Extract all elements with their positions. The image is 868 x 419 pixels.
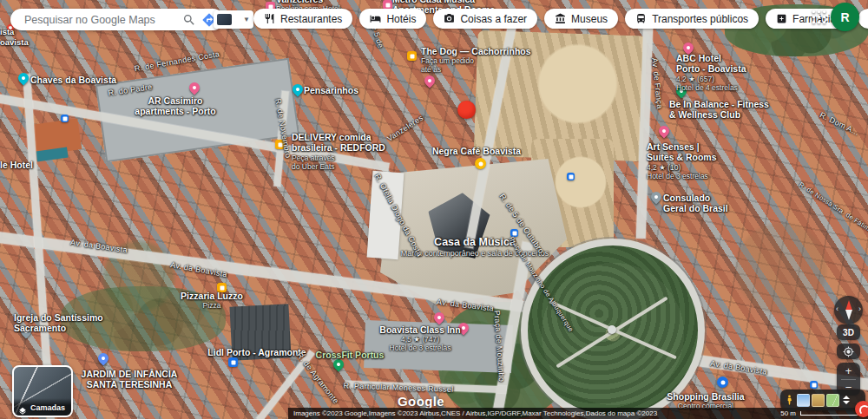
label-line: ABC Hotel: [676, 53, 746, 63]
pin-restaurant-the-dog[interactable]: [407, 51, 417, 61]
label-line: CrossFit Portus: [316, 350, 385, 360]
crosshair-icon: [843, 346, 854, 357]
pin-transit-3[interactable]: [810, 381, 818, 389]
label-line: & Wellness Club: [669, 109, 769, 120]
carousel-collapse[interactable]: [843, 396, 850, 404]
label-line: Art Senses |: [647, 141, 717, 152]
label-line: Suítes & Rooms: [647, 152, 717, 162]
compass-control[interactable]: ‹ ›: [834, 296, 863, 324]
scale-bar: [800, 411, 861, 416]
pin-transit-4[interactable]: [61, 115, 69, 122]
map-label-jardim-infancia[interactable]: JARDIM DE INFÂNCIASANTA TERESINHA: [82, 369, 178, 390]
google-apps-icon[interactable]: [810, 8, 828, 26]
chevron-down-icon: [843, 401, 850, 404]
category-chips: RestaurantesHotéisCoisas a fazerMuseusTr…: [253, 9, 868, 29]
rotunda-monument: [608, 325, 616, 334]
red-circle-badge[interactable]: [855, 401, 868, 417]
label-subline: 4,5 ★ (747): [379, 335, 460, 344]
label-line: DELIVERY comida: [292, 132, 385, 142]
map-label-boavista-class-inn[interactable]: Boavista Class Inn4,5 ★ (747)Hotel de 3 …: [379, 324, 460, 352]
label-subline: Peça através: [292, 154, 385, 162]
imagery-carousel: [780, 390, 865, 410]
chip-coisas-a-fazer[interactable]: Coisas a fazer: [433, 9, 537, 29]
layers-widget[interactable]: Camadas: [12, 365, 73, 417]
chip-transportes-publicos[interactable]: Transportes públicos: [625, 9, 759, 29]
scale-control[interactable]: 50 m: [780, 409, 863, 417]
label-line: Be In Balance - Fitness: [669, 99, 769, 109]
chevron-up-icon: [843, 396, 850, 399]
my-location-button[interactable]: [837, 344, 860, 359]
chevron-down-icon: ▼: [243, 16, 250, 23]
hoteis-icon: [370, 13, 381, 24]
chip-museus[interactable]: Museus: [544, 9, 618, 29]
label-line: Pensarinhos: [304, 85, 358, 95]
3d-button[interactable]: 3D: [837, 324, 860, 340]
label-line: Sacramento: [14, 323, 103, 333]
map-label-redford[interactable]: DELIVERY comidabrasileira - REDFORDPeça …: [292, 132, 385, 171]
map-label-lidl-agramonte[interactable]: Lidl Porto - Agramonte: [207, 347, 306, 357]
pegman-icon[interactable]: [784, 392, 795, 408]
chip-restaurantes[interactable]: Restaurantes: [253, 9, 352, 29]
map-label-crossfit-portus[interactable]: CrossFit Portus: [316, 350, 385, 360]
rotate-left-icon: ‹: [836, 305, 838, 313]
map-label-negra-cafe[interactable]: Negra Café Boavista: [432, 146, 521, 156]
imagery-thumbnail[interactable]: [826, 394, 839, 407]
pin-shop-lidl[interactable]: [228, 357, 238, 367]
label-subline: do Uber Eats: [292, 162, 385, 171]
chip-hoteis[interactable]: Hotéis: [359, 9, 426, 29]
label-line: SANTA TERESINHA: [82, 379, 178, 390]
label-line: Pizzaria Luzzo: [181, 291, 243, 301]
layers-label: Camadas: [30, 403, 65, 412]
restaurantes-icon: [264, 13, 275, 24]
label-subline: Faça um pedido: [421, 56, 531, 65]
layers-bar: Camadas: [14, 398, 71, 416]
label-line: Porto - Boavista: [676, 63, 746, 74]
map-label-art-senses[interactable]: Art Senses |Suítes & Rooms4,2 ★ (10)Hote…: [647, 141, 717, 180]
map-label-frag-oavista[interactable]: oavista: [0, 37, 29, 47]
map-label-chaves-da-boavista[interactable]: Chaves da Boavista: [30, 75, 116, 85]
selected-location-marker[interactable]: [457, 101, 476, 119]
label-line: oavista: [0, 37, 29, 47]
map-label-frag-hotel[interactable]: le Hotel: [0, 160, 33, 170]
pin-cafe-negra[interactable]: [475, 158, 486, 169]
transportes-publicos-icon: [635, 13, 647, 24]
layers-icon: [18, 403, 27, 412]
label-line: Negra Café Boavista: [432, 146, 521, 156]
pin-shop-brasilia[interactable]: [717, 376, 728, 388]
map-label-pensarinhos[interactable]: Pensarinhos: [304, 85, 358, 95]
label-line: Lidl Porto - Agramonte: [207, 347, 306, 357]
map-type-toggle[interactable]: ▼: [214, 10, 253, 29]
map-label-consulado-brasil[interactable]: ConsuladoGeral do Brasil: [663, 193, 728, 214]
label-subline: Pizza: [181, 301, 243, 310]
map-label-the-dog[interactable]: The Dog — CachorrinhosFaça um pedidoaté …: [421, 46, 531, 74]
map-label-igreja-sacramento[interactable]: Igreja do SantíssimoSacramento: [14, 312, 103, 334]
label-subline: Hotel de 3 estrelas: [647, 172, 717, 180]
map-label-ar-casimiro[interactable]: AR Casimiroapartments - Porto: [135, 95, 215, 117]
label-subline: 4,2 ★ (657): [676, 75, 746, 83]
map-label-be-in-balance[interactable]: Be In Balance - Fitness& Wellness Club: [669, 99, 769, 121]
chip-multibancos[interactable]: Multibancos: [858, 9, 868, 29]
account-avatar[interactable]: R: [831, 3, 859, 31]
label-line: apartments - Porto: [135, 106, 215, 116]
label-line: Shopping Brasília: [667, 391, 744, 402]
chip-label: Restaurantes: [280, 13, 342, 25]
coisas-a-fazer-icon: [444, 13, 455, 24]
chip-label: Museus: [571, 13, 608, 25]
imagery-thumbnail[interactable]: [797, 394, 810, 407]
map-label-frag-ista[interactable]: ista: [0, 27, 14, 36]
search-input[interactable]: [23, 13, 177, 27]
attribution-bar: Imagens ©2023 Google,Imagens ©2023 Airbu…: [288, 408, 868, 419]
search-bar[interactable]: [10, 9, 224, 30]
search-icon[interactable]: [182, 13, 196, 27]
map-label-abc-hotel[interactable]: ABC HotelPorto - Boavista4,2 ★ (657)Hote…: [676, 53, 746, 92]
imagery-thumbnail[interactable]: [812, 394, 825, 407]
pin-transit-2[interactable]: [567, 173, 575, 180]
compass-south-needle: [845, 310, 852, 320]
map-label-pizzaria-luzzo[interactable]: Pizzaria LuzzoPizza: [181, 291, 243, 310]
chip-label: Transportes públicos: [652, 13, 748, 25]
label-line: ista: [0, 27, 14, 36]
google-logo: Google: [398, 394, 444, 409]
zoom-in-button[interactable]: +: [837, 363, 860, 379]
satellite-map[interactable]: VanzeleresBooking.com: HotelMetro Casa M…: [0, 0, 868, 419]
label-line: AR Casimiro: [135, 95, 215, 106]
